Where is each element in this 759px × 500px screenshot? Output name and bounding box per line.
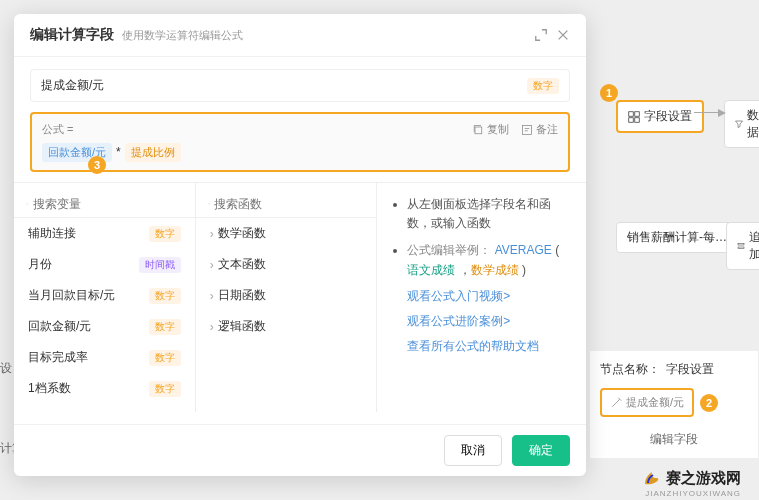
cancel-button[interactable]: 取消: [444, 435, 502, 466]
variable-type-tag: 数字: [149, 412, 181, 413]
search-variables[interactable]: [14, 191, 195, 218]
node-label: 销售薪酬计算-每…: [627, 229, 727, 246]
help-link-advanced[interactable]: 观看公式进阶案例>: [407, 313, 572, 330]
function-category[interactable]: 文本函数: [196, 249, 377, 280]
functions-panel: 数学函数文本函数日期函数逻辑函数: [196, 183, 378, 412]
search-icon: [208, 198, 211, 210]
variable-name: 目标完成率: [28, 349, 88, 366]
functions-list: 数学函数文本函数日期函数逻辑函数: [196, 218, 377, 342]
help-line-1: 从左侧面板选择字段名和函数，或输入函数: [407, 195, 572, 233]
node-add[interactable]: 追加: [726, 222, 759, 270]
variable-name: 当月回款目标/元: [28, 287, 115, 304]
svg-point-8: [26, 203, 28, 205]
formula-content[interactable]: 回款金额/元*提成比例: [42, 143, 558, 162]
variable-type-tag: 数字: [149, 381, 181, 397]
field-type-tag: 数字: [527, 78, 559, 94]
field-name-input[interactable]: 提成金额/元 数字: [30, 69, 570, 102]
wand-icon: [610, 397, 622, 409]
note-icon: [521, 124, 533, 136]
edit-formula-modal: 编辑计算字段 使用数学运算符编辑公式 提成金额/元 数字 公式 = 复制 备注: [14, 14, 586, 476]
variables-list: 辅助连接数字月份时间戳当月回款目标/元数字回款金额/元数字目标完成率数字1档系数…: [14, 218, 195, 412]
function-category-label: 数学函数: [218, 225, 266, 242]
variable-item[interactable]: 2档系数数字: [14, 404, 195, 412]
node-label: 数据: [747, 107, 759, 141]
variable-type-tag: 数字: [149, 350, 181, 366]
svg-rect-4: [738, 244, 744, 246]
search-icon: [26, 198, 29, 210]
modal-body: 提成金额/元 数字 公式 = 复制 备注 回款金额/元*提成比例: [14, 57, 586, 424]
svg-rect-3: [635, 117, 640, 122]
variable-name: 回款金额/元: [28, 318, 91, 335]
right-property-panel: 节点名称： 字段设置 提成金额/元 2 编辑字段: [589, 350, 759, 459]
function-category[interactable]: 逻辑函数: [196, 311, 377, 342]
modal-footer: 取消 确定: [14, 424, 586, 476]
variable-item[interactable]: 月份时间戳: [14, 249, 195, 280]
append-icon: [737, 240, 745, 252]
node-calc[interactable]: 销售薪酬计算-每…: [616, 222, 738, 253]
remark-button[interactable]: 备注: [521, 122, 558, 137]
svg-rect-6: [475, 127, 482, 134]
logo-text: 赛之游戏网: [666, 469, 741, 488]
arrow: [694, 112, 722, 113]
node-data-filter[interactable]: 数据: [724, 100, 759, 148]
variable-name: 2档系数: [28, 411, 71, 412]
formula-chip-ratio[interactable]: 提成比例: [125, 143, 181, 162]
field-name-value: 提成金额/元: [41, 77, 104, 94]
function-category[interactable]: 数学函数: [196, 218, 377, 249]
svg-rect-0: [629, 111, 634, 116]
variable-type-tag: 时间戳: [139, 257, 181, 273]
variable-name: 1档系数: [28, 380, 71, 397]
variable-item[interactable]: 回款金额/元数字: [14, 311, 195, 342]
help-link-intro-video[interactable]: 观看公式入门视频>: [407, 288, 572, 305]
logo-subtitle: JIANZHIYOUXIWANG: [645, 489, 741, 498]
node-field-setting[interactable]: 字段设置: [616, 100, 704, 133]
left-setting-label: 设: [0, 360, 12, 377]
filter-icon: [735, 118, 743, 130]
step-2-badge: 2: [700, 394, 718, 412]
node-name-value: 字段设置: [666, 361, 714, 378]
help-line-2: 公式编辑举例： AVERAGE ( 语文成绩 ，数学成绩 ): [407, 241, 572, 279]
node-label: 追加: [749, 229, 759, 263]
panels-container: 辅助连接数字月份时间戳当月回款目标/元数字回款金额/元数字目标完成率数字1档系数…: [14, 182, 586, 412]
svg-rect-7: [523, 125, 532, 134]
variable-name: 辅助连接: [28, 225, 76, 242]
svg-rect-1: [635, 111, 640, 116]
variable-item[interactable]: 1档系数数字: [14, 373, 195, 404]
variable-type-tag: 数字: [149, 288, 181, 304]
formula-editor[interactable]: 公式 = 复制 备注 回款金额/元*提成比例 3: [30, 112, 570, 172]
node-name-label: 节点名称：: [600, 361, 660, 378]
expand-icon[interactable]: [534, 28, 548, 42]
svg-rect-2: [629, 117, 634, 122]
search-variables-input[interactable]: [33, 197, 183, 211]
modal-header: 编辑计算字段 使用数学运算符编辑公式: [14, 14, 586, 57]
search-functions-input[interactable]: [214, 197, 364, 211]
search-functions[interactable]: [196, 191, 377, 218]
step-3-badge: 3: [88, 156, 106, 174]
edit-field-label: 编辑字段: [600, 431, 748, 448]
node-label: 字段设置: [644, 108, 692, 125]
arrow-head-icon: [718, 109, 726, 117]
field-chip-commission[interactable]: 提成金额/元: [600, 388, 694, 417]
variable-item[interactable]: 当月回款目标/元数字: [14, 280, 195, 311]
modal-subtitle: 使用数学运算符编辑公式: [122, 28, 243, 43]
help-link-docs[interactable]: 查看所有公式的帮助文档: [407, 338, 572, 355]
node-name-row: 节点名称： 字段设置: [600, 361, 748, 378]
step-1-badge: 1: [600, 84, 618, 102]
variable-item[interactable]: 辅助连接数字: [14, 218, 195, 249]
field-chip-label: 提成金额/元: [626, 395, 684, 410]
close-icon[interactable]: [556, 28, 570, 42]
variable-type-tag: 数字: [149, 226, 181, 242]
variable-name: 月份: [28, 256, 52, 273]
function-category-label: 日期函数: [218, 287, 266, 304]
svg-rect-5: [738, 247, 744, 249]
logo-icon: [642, 468, 662, 488]
function-category[interactable]: 日期函数: [196, 280, 377, 311]
function-category-label: 逻辑函数: [218, 318, 266, 335]
confirm-button[interactable]: 确定: [512, 435, 570, 466]
variable-item[interactable]: 目标完成率数字: [14, 342, 195, 373]
variables-panel: 辅助连接数字月份时间戳当月回款目标/元数字回款金额/元数字目标完成率数字1档系数…: [14, 183, 196, 412]
help-panel: 从左侧面板选择字段名和函数，或输入函数 公式编辑举例： AVERAGE ( 语文…: [377, 183, 586, 412]
copy-button[interactable]: 复制: [472, 122, 509, 137]
function-category-label: 文本函数: [218, 256, 266, 273]
svg-point-9: [208, 203, 210, 205]
